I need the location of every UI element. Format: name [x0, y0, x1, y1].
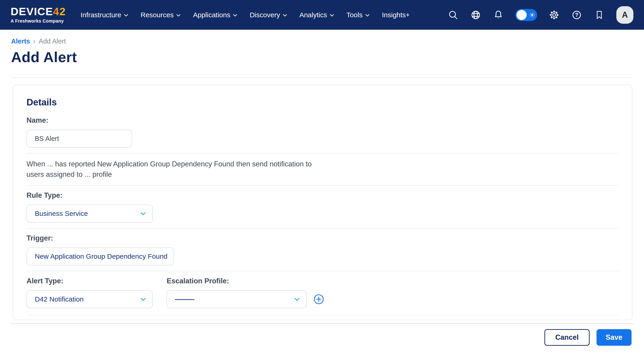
add-escalation-profile-button[interactable]: [313, 294, 324, 305]
bell-icon[interactable]: [493, 9, 504, 20]
section-divider: [26, 185, 619, 186]
rule-type-label: Rule Type:: [26, 191, 619, 199]
menu-label: Infrastructure: [80, 11, 121, 19]
user-avatar[interactable]: A: [616, 6, 634, 24]
rule-type-select[interactable]: Business Service: [26, 205, 153, 223]
escalation-profile-label: Escalation Profile:: [167, 277, 324, 285]
section-divider: [26, 153, 619, 154]
toggle-knob: [516, 10, 527, 20]
chevron-down-icon: [365, 14, 370, 17]
details-card: Details Name: When ... has reported New …: [13, 85, 632, 320]
menu-label: Applications: [193, 11, 230, 19]
breadcrumb: Alerts › Add Alert: [11, 37, 633, 45]
trigger-label: Trigger:: [26, 234, 619, 242]
logo-accent-42: 42: [53, 5, 66, 17]
plus-circle-icon: [314, 294, 324, 305]
logo-text: DEVICE42: [10, 6, 66, 17]
name-label: Name:: [26, 116, 619, 125]
chevron-down-icon: [124, 14, 128, 17]
main-menu: Infrastructure Resources Applications Di…: [80, 11, 410, 19]
navbar-actions: ? A: [448, 6, 634, 24]
menu-label: Insights+: [382, 11, 410, 19]
save-button[interactable]: Save: [596, 329, 632, 346]
help-icon[interactable]: ?: [571, 9, 582, 20]
globe-icon[interactable]: [470, 9, 481, 20]
chevron-down-icon: [140, 212, 146, 215]
menu-applications[interactable]: Applications: [193, 11, 237, 19]
page-title: Add Alert: [11, 49, 633, 65]
trigger-value: New Application Group Dependency Found: [35, 252, 167, 260]
menu-infrastructure[interactable]: Infrastructure: [80, 11, 128, 19]
escalation-profile-value: ———: [175, 295, 194, 303]
alert-type-column: Alert Type: D42 Notification: [26, 277, 153, 308]
chevron-down-icon: [176, 14, 180, 17]
title-divider: [11, 77, 633, 78]
breadcrumb-alerts-link[interactable]: Alerts: [11, 37, 30, 45]
escalation-profile-select[interactable]: ———: [167, 290, 307, 308]
svg-text:?: ?: [575, 12, 578, 18]
gear-icon[interactable]: [548, 9, 560, 20]
chevron-down-icon: [294, 298, 300, 301]
chevron-down-icon: [233, 14, 237, 17]
chevron-down-icon: [140, 298, 146, 301]
alert-type-select[interactable]: D42 Notification: [26, 290, 153, 308]
menu-discovery[interactable]: Discovery: [250, 11, 287, 19]
alert-description-text: When ... has reported New Application Gr…: [26, 159, 331, 180]
menu-label: Resources: [140, 11, 174, 19]
chevron-down-icon: [283, 14, 287, 17]
chevron-down-icon: [330, 14, 334, 17]
menu-label: Analytics: [300, 11, 327, 19]
escalation-profile-column: Escalation Profile: ———: [167, 277, 324, 308]
menu-insights[interactable]: Insights+: [382, 11, 410, 19]
alert-type-label: Alert Type:: [26, 277, 153, 285]
bookmark-icon[interactable]: [594, 9, 605, 20]
menu-resources[interactable]: Resources: [140, 11, 180, 19]
avatar-letter: A: [622, 10, 628, 20]
trigger-select[interactable]: New Application Group Dependency Found: [26, 247, 174, 265]
card-bottom-divider: [26, 315, 619, 315]
section-divider: [26, 228, 619, 229]
details-heading: Details: [26, 97, 619, 108]
sun-icon: [529, 12, 535, 18]
device42-logo[interactable]: DEVICE42 A Freshworks Company: [10, 6, 66, 24]
search-icon[interactable]: [448, 9, 459, 20]
menu-label: Discovery: [250, 11, 280, 19]
footer-divider: [10, 323, 634, 324]
menu-tools[interactable]: Tools: [346, 11, 370, 19]
cancel-button[interactable]: Cancel: [544, 329, 590, 346]
rule-type-value: Business Service: [35, 210, 88, 217]
alert-type-value: D42 Notification: [35, 295, 84, 303]
section-divider: [26, 271, 619, 271]
logo-subtitle: A Freshworks Company: [10, 18, 66, 24]
name-input[interactable]: [26, 130, 132, 148]
breadcrumb-current: Add Alert: [39, 37, 66, 45]
menu-label: Tools: [346, 11, 362, 19]
breadcrumb-separator: ›: [33, 37, 36, 45]
theme-toggle[interactable]: [516, 9, 537, 21]
menu-analytics[interactable]: Analytics: [300, 11, 334, 19]
footer-actions: Cancel Save: [12, 329, 632, 346]
top-navbar: DEVICE42 A Freshworks Company Infrastruc…: [0, 0, 644, 30]
